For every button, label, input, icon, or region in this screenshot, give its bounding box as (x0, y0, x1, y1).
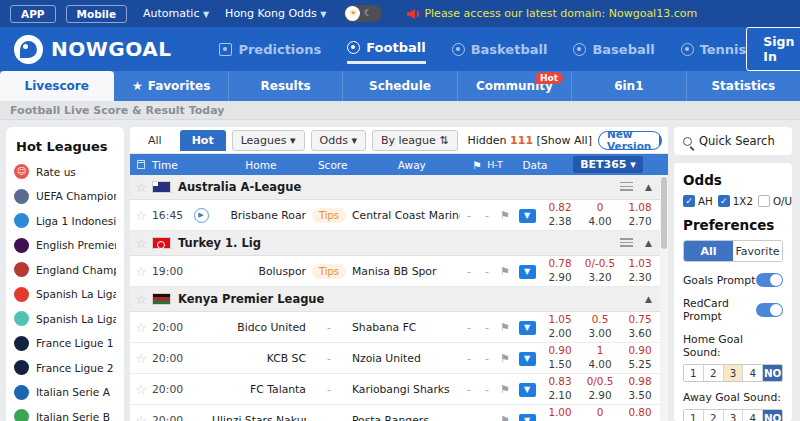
data-dropdown-icon[interactable]: ▼ (519, 265, 536, 279)
home-team[interactable]: Brisbane Roar (212, 209, 306, 222)
announcement-link[interactable]: Please access our latest domain: Nowgoal… (406, 7, 697, 20)
odds-handicap[interactable]: 02.90 (580, 406, 620, 421)
mobile-button[interactable]: Mobile (66, 5, 128, 23)
away-team[interactable]: Manisa BB Spor (352, 265, 460, 278)
tab-favorites[interactable]: ★Favorites (114, 71, 228, 101)
home-team[interactable]: Ulinzi Stars Nakuru (212, 414, 306, 421)
home-sound-4[interactable]: 4 (743, 365, 763, 381)
tab-statistics[interactable]: Statistics (687, 71, 800, 101)
odds-home[interactable]: 1.052.00 (540, 313, 580, 340)
odds-away[interactable]: 0.905.25 (620, 344, 660, 371)
odds-handicap[interactable]: 0.53.00 (580, 313, 620, 340)
odds-handicap[interactable]: 14.00 (580, 344, 620, 371)
favorite-star-icon[interactable]: ☆ (135, 236, 147, 251)
collapse-icon[interactable]: ▲ (645, 238, 652, 248)
sidebar-item-rate-us[interactable]: ☺Rate us (14, 164, 116, 179)
filter-hot[interactable]: Hot (180, 130, 226, 151)
sidebar-item-italian-serie-b[interactable]: Italian Serie B (14, 409, 116, 421)
standings-icon[interactable] (620, 182, 633, 192)
nav-basketball[interactable]: Basketball (452, 36, 548, 63)
nav-tennis[interactable]: Tennis (681, 36, 747, 63)
data-dropdown-icon[interactable]: ▼ (519, 352, 536, 366)
odds-dropdown[interactable]: Odds ▾ (311, 130, 366, 151)
ou-checkbox[interactable] (758, 195, 770, 207)
odds-away[interactable]: 1.082.70 (620, 201, 660, 228)
nav-baseball[interactable]: Baseball (573, 36, 654, 63)
version-toggle[interactable]: New Version Old Version (598, 131, 662, 150)
sidebar-item-uefa-champions[interactable]: UEFA Champions L... (14, 189, 116, 204)
standings-icon[interactable] (620, 238, 633, 248)
favorite-star-icon[interactable]: ☆ (135, 292, 147, 307)
favorite-star-icon[interactable]: ☆ (135, 320, 147, 335)
away-sound-no[interactable]: NO (763, 410, 782, 421)
home-sound-1[interactable]: 1 (684, 365, 704, 381)
odds-type-dropdown[interactable]: Hong Kong Odds ▼ (225, 7, 326, 20)
data-dropdown-icon[interactable]: ▼ (519, 414, 536, 421)
home-team[interactable]: FC Talanta (212, 383, 306, 396)
flag-icon[interactable]: ⚑ (496, 414, 514, 421)
away-team[interactable]: Kariobangi Sharks (352, 383, 460, 396)
scrollbar-thumb[interactable] (661, 177, 667, 249)
collapse-icon[interactable]: ▲ (645, 182, 652, 192)
sign-in-button[interactable]: Sign In (746, 27, 800, 71)
tab-schedule[interactable]: Schedule (343, 71, 457, 101)
away-sound-3[interactable]: 3 (724, 410, 744, 421)
bookmaker-select[interactable]: BET365 ▾ (573, 156, 643, 173)
home-team[interactable]: Boluspor (212, 265, 306, 278)
odds-away[interactable]: 0.802.50 (620, 406, 660, 421)
sidebar-item-spanish-la-liga[interactable]: Spanish La Liga (14, 287, 116, 302)
odds-home[interactable]: 1.002.75 (540, 406, 580, 421)
odds-away[interactable]: 0.983.50 (620, 375, 660, 402)
sidebar-item-spanish-la-liga-2[interactable]: Spanish La Liga 2 (14, 311, 116, 326)
home-sound-no[interactable]: NO (763, 365, 782, 381)
favorite-star-icon[interactable]: ☆ (135, 208, 147, 223)
league-row-turkey-1-lig[interactable]: ☆ Turkey 1. Lig ▲ (130, 231, 660, 256)
odds-home[interactable]: 0.782.90 (540, 257, 580, 284)
language-dropdown[interactable]: Automatic ▼ (143, 7, 209, 20)
favorite-star-icon[interactable]: ☆ (135, 382, 147, 397)
app-button[interactable]: APP (10, 5, 56, 23)
pref-all-button[interactable]: All (684, 241, 733, 261)
scrollbar[interactable] (660, 175, 668, 421)
match-row[interactable]: ☆ 19:00 Boluspor Tips Manisa BB Spor - -… (130, 256, 660, 287)
match-row[interactable]: ☆ 20:00 Bidco United - Shabana FC - - ⚑ … (130, 312, 660, 343)
odds-handicap[interactable]: 0/-0.53.20 (580, 257, 620, 284)
away-sound-1[interactable]: 1 (684, 410, 704, 421)
filter-all[interactable]: All (136, 130, 174, 151)
league-row-australia-a-league[interactable]: ☆ Australia A-League ▲ (130, 175, 660, 200)
tab-community[interactable]: CommunityHot (458, 71, 572, 101)
home-sound-2[interactable]: 2 (704, 365, 724, 381)
new-version-button[interactable]: New Version (599, 131, 659, 150)
match-row[interactable]: ☆ 20:00 FC Talanta - Kariobangi Sharks -… (130, 374, 660, 405)
sidebar-item-italian-serie-a[interactable]: Italian Serie A (14, 385, 116, 400)
tips-badge[interactable]: Tips (312, 208, 346, 223)
data-dropdown-icon[interactable]: ▼ (519, 321, 536, 335)
away-sound-2[interactable]: 2 (704, 410, 724, 421)
nav-football[interactable]: Football (347, 34, 425, 64)
sidebar-item-england-championship[interactable]: England Champion... (14, 262, 116, 277)
sidebar-item-english-premier-league[interactable]: English Premier Le... (14, 238, 116, 253)
sidebar-item-liga-1-indonesia[interactable]: Liga 1 Indonesia (14, 213, 116, 228)
odds-away[interactable]: 1.032.30 (620, 257, 660, 284)
away-team[interactable]: Shabana FC (352, 321, 460, 334)
delete-icon[interactable] (137, 160, 145, 169)
ah-checkbox[interactable]: ✓ (683, 195, 695, 207)
tab-results[interactable]: Results (229, 71, 343, 101)
away-team[interactable]: Posta Rangers (352, 414, 460, 421)
flag-icon[interactable]: ⚑ (496, 265, 514, 278)
league-name[interactable]: Australia A-League (178, 180, 301, 194)
pref-favorite-button[interactable]: Favorite (733, 241, 782, 261)
flag-icon[interactable]: ⚑ (496, 352, 514, 365)
favorite-star-icon[interactable]: ☆ (135, 180, 147, 195)
home-team[interactable]: KCB SC (212, 352, 306, 365)
flag-icon[interactable]: ⚑ (496, 321, 514, 334)
old-version-button[interactable]: Old Version (659, 131, 662, 150)
match-row[interactable]: ☆ 20:00 KCB SC - Nzoia United - - ⚑ ▼ 0.… (130, 343, 660, 374)
collapse-icon[interactable]: ▲ (645, 294, 652, 304)
odds-handicap[interactable]: 04.00 (580, 201, 620, 228)
flag-icon[interactable]: ⚑ (496, 383, 514, 396)
tab-6in1[interactable]: 6in1 (572, 71, 686, 101)
odds-home[interactable]: 0.832.10 (540, 375, 580, 402)
favorite-star-icon[interactable]: ☆ (135, 351, 147, 366)
tips-badge[interactable]: Tips (312, 264, 346, 279)
